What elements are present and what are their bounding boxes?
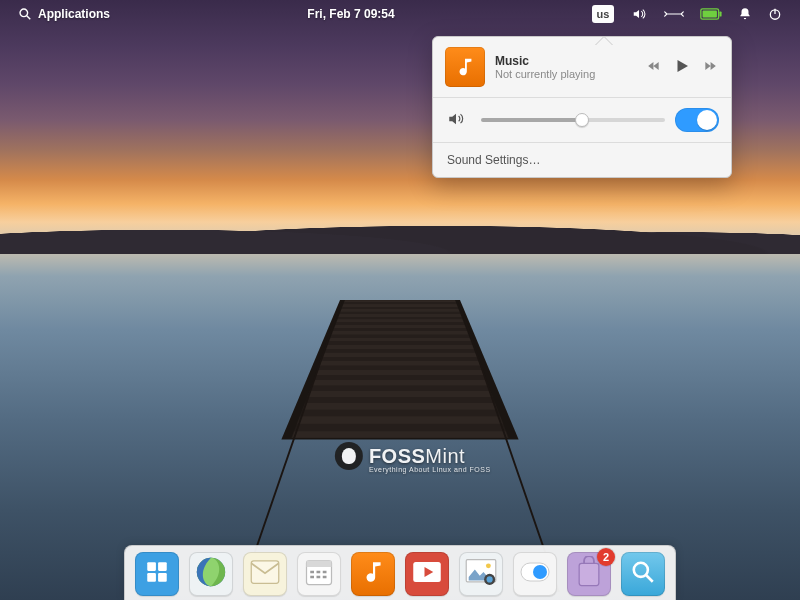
play-icon: [673, 56, 691, 76]
dock-app-search[interactable]: [621, 552, 665, 596]
sound-settings-link[interactable]: Sound Settings…: [433, 143, 731, 177]
next-button[interactable]: [701, 59, 719, 76]
volume-icon: [445, 110, 467, 131]
svg-point-27: [533, 565, 547, 579]
notifications-indicator[interactable]: [730, 0, 760, 28]
dock-app-mail[interactable]: [243, 552, 287, 596]
sound-popover: Music Not currently playing Sound Settin…: [432, 36, 732, 178]
music-icon: [360, 559, 386, 589]
network-indicator[interactable]: [656, 0, 692, 28]
keyboard-layout-badge: us: [592, 5, 614, 23]
svg-point-23: [486, 563, 491, 568]
keyboard-layout-indicator[interactable]: us: [584, 0, 622, 28]
media-status: Not currently playing: [495, 68, 595, 80]
dock-app-videos[interactable]: [405, 552, 449, 596]
badge: 2: [597, 548, 615, 566]
mail-icon: [250, 559, 280, 589]
skip-back-icon: [645, 59, 663, 73]
top-panel: Applications Fri, Feb 7 09:54 us: [0, 0, 800, 28]
svg-point-29: [634, 563, 648, 577]
svg-rect-4: [703, 11, 717, 18]
svg-rect-16: [317, 571, 321, 574]
svg-rect-12: [251, 561, 279, 584]
watermark-logo: FOSSMint Everything About Linux and FOSS: [335, 442, 465, 470]
dock-app-multitasking[interactable]: [135, 552, 179, 596]
battery-icon: [700, 8, 722, 20]
svg-rect-28: [579, 563, 599, 585]
svg-rect-8: [158, 562, 167, 571]
svg-line-30: [646, 575, 653, 582]
sound-settings-label: Sound Settings…: [447, 153, 540, 167]
web-browser-icon: [194, 555, 228, 593]
sound-indicator[interactable]: [622, 0, 656, 28]
svg-rect-17: [323, 571, 327, 574]
videos-icon: [412, 560, 442, 588]
dock-app-music[interactable]: [351, 552, 395, 596]
svg-rect-14: [307, 561, 332, 567]
dock-app-switchboard[interactable]: [513, 552, 557, 596]
applications-label: Applications: [38, 7, 110, 21]
dock-app-photos[interactable]: [459, 552, 503, 596]
svg-point-25: [487, 576, 493, 582]
search-icon: [630, 559, 656, 589]
svg-rect-20: [323, 576, 327, 579]
clock-text: Fri, Feb 7 09:54: [307, 7, 394, 21]
svg-rect-15: [310, 571, 314, 574]
svg-line-1: [27, 16, 31, 20]
svg-point-0: [20, 9, 28, 17]
svg-rect-7: [147, 562, 156, 571]
svg-rect-18: [310, 576, 314, 579]
photos-icon: [465, 558, 497, 590]
volume-icon: [630, 7, 648, 21]
penguin-icon: [335, 442, 363, 470]
network-icon: [664, 8, 684, 20]
dock-app-calendar[interactable]: [297, 552, 341, 596]
search-icon: [18, 7, 32, 21]
multitasking-icon: [144, 559, 170, 589]
previous-button[interactable]: [645, 59, 663, 76]
applications-menu[interactable]: Applications: [10, 0, 118, 28]
svg-rect-9: [147, 573, 156, 582]
switchboard-icon: [520, 562, 550, 586]
dock-app-web-browser[interactable]: [189, 552, 233, 596]
volume-row: [433, 98, 731, 142]
power-icon: [768, 7, 782, 21]
bell-icon: [738, 6, 752, 22]
skip-forward-icon: [701, 59, 719, 73]
svg-rect-19: [317, 576, 321, 579]
calendar-icon: [304, 557, 334, 591]
session-indicator[interactable]: [760, 0, 790, 28]
svg-rect-3: [719, 11, 721, 16]
volume-slider[interactable]: [481, 118, 665, 122]
dock: 2: [124, 545, 676, 600]
media-title: Music: [495, 54, 595, 68]
wallpaper-mountains: [0, 214, 800, 254]
dock-app-app-center[interactable]: 2: [567, 552, 611, 596]
clock[interactable]: Fri, Feb 7 09:54: [293, 0, 408, 28]
play-button[interactable]: [673, 56, 691, 79]
svg-rect-10: [158, 573, 167, 582]
output-toggle[interactable]: [675, 108, 719, 132]
battery-indicator[interactable]: [692, 0, 730, 28]
media-player-row: Music Not currently playing: [433, 37, 731, 97]
music-app-icon: [445, 47, 485, 87]
